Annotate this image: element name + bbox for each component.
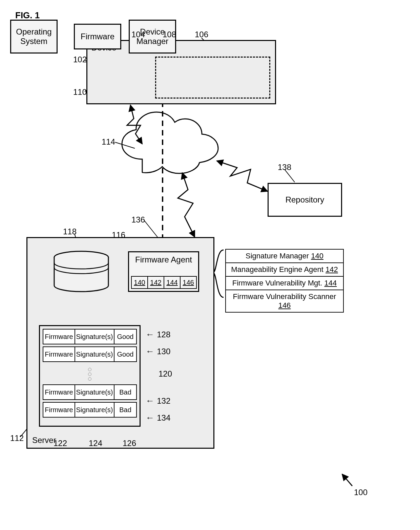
device-firmware-box: Firmware (74, 24, 121, 49)
firmware-agent-title: Firmware Agent (129, 255, 198, 264)
rec-3-c2: Signature(s) (75, 402, 114, 418)
legend-row-3: Firmware Vulnerability Scanner 146 (226, 290, 343, 312)
rec-2-c2: Signature(s) (75, 384, 114, 400)
rec-3-c3: Bad (114, 402, 137, 418)
ref-110: 110 (73, 87, 87, 97)
device-firmware-label: Firmware (81, 32, 114, 41)
server-title: Server (32, 436, 56, 445)
legend-ref-1: 142 (326, 265, 338, 274)
cloud-icon (122, 112, 218, 173)
rec-1-c1: Firmware (43, 346, 75, 362)
ref-126: 126 (123, 439, 136, 448)
legend-text-1: Manageability Engine Agent (231, 265, 323, 274)
firmware-agent-box: Firmware Agent 140 142 144 146 (128, 251, 199, 292)
arrow-130: ← 130 (146, 346, 170, 357)
device-os-label: Operating System (16, 27, 51, 46)
legend-ref-3: 146 (278, 301, 291, 310)
ref-124: 124 (89, 439, 102, 448)
ref-118: 118 (63, 227, 77, 236)
ref-116: 116 (112, 230, 125, 240)
repository-box: Repository (268, 183, 342, 217)
ref-138: 138 (278, 163, 291, 172)
legend-ref-2: 144 (324, 279, 337, 287)
device-os-box: Operating System (10, 20, 58, 54)
ref-102: 102 (73, 55, 87, 64)
link-cloud-repo (217, 161, 268, 191)
legend-row-1: Manageability Engine Agent 142 (226, 263, 343, 277)
legend-text-3: Firmware Vulnerability Scanner (233, 292, 336, 301)
legend-table: Signature Manager 140 Manageability Engi… (225, 249, 344, 313)
ref-130: 130 (157, 347, 170, 356)
ref-120: 120 (159, 369, 172, 379)
ref-128: 128 (157, 330, 170, 339)
svg-line-14 (342, 474, 352, 486)
legend-text-0: Signature Manager (246, 252, 309, 260)
ref-132: 132 (157, 396, 170, 405)
ref-136: 136 (131, 215, 145, 225)
rec-2-c1: Firmware (43, 384, 75, 400)
fa-cell-144: 144 (164, 276, 181, 289)
records-ellipsis (43, 364, 137, 384)
svg-line-7 (144, 220, 158, 237)
rec-1-c2: Signature(s) (75, 346, 114, 362)
arrow-128: ← 128 (146, 329, 170, 340)
link-cloud-server (178, 173, 195, 237)
ref-122: 122 (54, 439, 67, 448)
firmware-agent-cells: 140 142 144 146 (131, 276, 196, 289)
ref-104: 104 (131, 30, 145, 39)
ref-100: 100 (354, 488, 368, 497)
brace-legend (213, 250, 224, 297)
svg-line-0 (115, 142, 135, 148)
ref-108: 108 (163, 30, 176, 39)
rec-1-c3: Good (114, 346, 137, 362)
fa-cell-140: 140 (131, 276, 148, 289)
fa-cell-146: 146 (180, 276, 197, 289)
legend-text-2: Firmware Vulnerability Mgt. (232, 279, 322, 287)
figure-page: FIG. 1 (0, 0, 420, 530)
link-device-cloud (127, 105, 142, 144)
arrow-132: ← 132 (146, 396, 170, 406)
rec-0-c1: Firmware (43, 329, 75, 344)
records-table: Firmware Signature(s) Good Firmware Sign… (39, 325, 141, 427)
rec-2-c3: Bad (114, 384, 137, 400)
rec-0-c2: Signature(s) (75, 329, 114, 344)
repository-label: Repository (286, 195, 324, 205)
rec-0-c3: Good (114, 329, 137, 344)
figure-title: FIG. 1 (15, 10, 40, 21)
ref-112: 112 (10, 433, 24, 443)
ref-114: 114 (102, 137, 115, 147)
record-row-2: Firmware Signature(s) Bad (43, 384, 137, 400)
record-row-3: Firmware Signature(s) Bad (43, 402, 137, 418)
device-dashed-group (155, 57, 270, 99)
legend-row-0: Signature Manager 140 (226, 250, 343, 263)
arrow-134: ← 134 (146, 412, 170, 423)
rec-3-c1: Firmware (43, 402, 75, 418)
record-row-0: Firmware Signature(s) Good (43, 329, 137, 344)
ref-106: 106 (195, 30, 208, 39)
database-icon (51, 250, 112, 294)
device-box: Device (86, 40, 276, 104)
legend-row-2: Firmware Vulnerability Mgt. 144 (226, 277, 343, 290)
record-row-1: Firmware Signature(s) Good (43, 346, 137, 362)
fa-cell-142: 142 (147, 276, 164, 289)
ref-134: 134 (157, 413, 170, 422)
legend-ref-0: 140 (311, 252, 323, 260)
